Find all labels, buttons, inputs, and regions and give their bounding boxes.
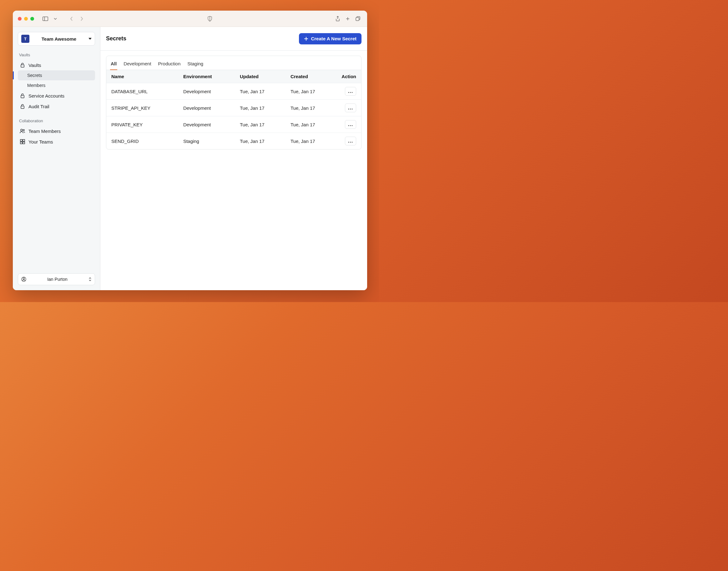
sidebar-item-your-teams[interactable]: Your Teams: [18, 136, 95, 147]
sidebar-item-members[interactable]: Members: [18, 80, 95, 90]
title-bar-right: [333, 14, 362, 23]
row-menu-button[interactable]: ...: [345, 137, 356, 145]
table-header-row: Name Environment Updated Created Action: [106, 70, 361, 83]
minimize-window-button[interactable]: [24, 17, 28, 21]
sidebar-item-secrets[interactable]: Secrets: [18, 70, 95, 80]
sidebar-toggle-group: [41, 14, 60, 23]
svg-rect-10: [23, 139, 25, 141]
up-down-icon: [89, 277, 92, 281]
row-menu-button[interactable]: ...: [345, 120, 356, 129]
user-name: Ian Purton: [29, 277, 85, 282]
sidebar-item-team-members[interactable]: Team Members: [18, 126, 95, 136]
cell-name: PRIVATE_KEY: [106, 116, 178, 133]
svg-rect-0: [43, 17, 48, 21]
section-label-collaboration: Collaboration: [18, 119, 95, 123]
unlock-icon: [20, 63, 25, 68]
svg-point-8: [23, 129, 24, 131]
tab-staging[interactable]: Staging: [187, 59, 204, 70]
shield-icon: [207, 16, 212, 22]
cell-action: ...: [336, 133, 361, 149]
col-action: Action: [336, 70, 361, 83]
title-bar-center: [89, 16, 331, 22]
sidebar-item-service-accounts[interactable]: Service Accounts: [18, 90, 95, 101]
secrets-table: Name Environment Updated Created Action …: [106, 70, 361, 149]
caret-down-icon: [89, 38, 92, 40]
sidebar-item-label: Team Members: [28, 128, 61, 134]
svg-rect-9: [20, 139, 22, 141]
tab-all[interactable]: All: [110, 59, 117, 70]
cell-created: Tue, Jan 17: [285, 133, 336, 149]
sidebar-item-label: Audit Trail: [28, 104, 49, 109]
forward-button[interactable]: [77, 14, 86, 23]
svg-point-14: [23, 278, 25, 279]
svg-rect-4: [21, 65, 24, 67]
col-created: Created: [285, 70, 336, 83]
cell-action: ...: [336, 100, 361, 116]
plus-icon: [304, 36, 308, 41]
traffic-lights: [18, 17, 34, 21]
user-icon: [21, 277, 26, 282]
main-body: All Development Production Staging Name …: [100, 51, 367, 290]
tabs: All Development Production Staging: [106, 56, 361, 70]
cell-name: STRIPE_API_KEY: [106, 100, 178, 116]
cell-name: SEND_GRID: [106, 133, 178, 149]
unlock-icon: [20, 93, 25, 98]
grid-icon: [20, 139, 25, 144]
page-title: Secrets: [106, 35, 126, 42]
back-button[interactable]: [67, 14, 76, 23]
section-label-vaults: Vaults: [18, 52, 95, 57]
row-menu-button[interactable]: ...: [345, 104, 356, 112]
cell-updated: Tue, Jan 17: [235, 133, 285, 149]
sidebar-toggle-icon[interactable]: [41, 14, 50, 23]
sidebar-item-label: Secrets: [27, 73, 42, 78]
unlock-icon: [20, 104, 25, 109]
close-window-button[interactable]: [18, 17, 22, 21]
cell-action: ...: [336, 83, 361, 100]
sidebar-item-audit-trail[interactable]: Audit Trail: [18, 101, 95, 112]
share-icon[interactable]: [333, 14, 342, 23]
tab-production[interactable]: Production: [158, 59, 181, 70]
content-area: T Team Awesome Vaults Vaults Secrets Mem…: [13, 27, 367, 290]
svg-rect-12: [23, 142, 25, 144]
create-secret-button[interactable]: Create A New Secret: [299, 33, 362, 44]
team-selector[interactable]: T Team Awesome: [18, 32, 95, 46]
sidebar-item-label: Vaults: [28, 63, 41, 68]
svg-point-7: [21, 129, 22, 131]
nav-arrows: [67, 14, 86, 23]
cell-environment: Development: [178, 116, 235, 133]
cell-created: Tue, Jan 17: [285, 83, 336, 100]
sidebar-item-vaults[interactable]: Vaults: [18, 60, 95, 70]
col-name: Name: [106, 70, 178, 83]
people-icon: [20, 128, 25, 133]
cell-updated: Tue, Jan 17: [235, 100, 285, 116]
maximize-window-button[interactable]: [30, 17, 34, 21]
app-window: T Team Awesome Vaults Vaults Secrets Mem…: [13, 11, 367, 290]
tab-development[interactable]: Development: [123, 59, 152, 70]
svg-rect-3: [356, 17, 359, 21]
title-bar: [13, 11, 367, 27]
main-content: Secrets Create A New Secret All Developm…: [100, 27, 367, 290]
sidebar: T Team Awesome Vaults Vaults Secrets Mem…: [13, 27, 100, 290]
col-environment: Environment: [178, 70, 235, 83]
svg-rect-5: [21, 95, 24, 98]
table-row: PRIVATE_KEY Development Tue, Jan 17 Tue,…: [106, 116, 361, 133]
user-selector[interactable]: Ian Purton: [18, 273, 95, 285]
cell-created: Tue, Jan 17: [285, 116, 336, 133]
tabs-overview-icon[interactable]: [353, 14, 362, 23]
cell-name: DATABASE_URL: [106, 83, 178, 100]
row-menu-button[interactable]: ...: [345, 87, 356, 96]
cell-action: ...: [336, 116, 361, 133]
table-row: STRIPE_API_KEY Development Tue, Jan 17 T…: [106, 100, 361, 116]
table-row: DATABASE_URL Development Tue, Jan 17 Tue…: [106, 83, 361, 100]
create-button-label: Create A New Secret: [311, 36, 357, 41]
sidebar-item-label: Your Teams: [28, 139, 53, 144]
cell-updated: Tue, Jan 17: [235, 116, 285, 133]
sidebar-item-label: Members: [27, 83, 45, 88]
svg-rect-11: [20, 142, 22, 144]
cell-environment: Staging: [178, 133, 235, 149]
new-tab-icon[interactable]: [343, 14, 352, 23]
cell-environment: Development: [178, 83, 235, 100]
chevron-down-icon[interactable]: [51, 14, 60, 23]
sidebar-item-label: Service Accounts: [28, 93, 65, 99]
team-badge: T: [21, 35, 29, 43]
